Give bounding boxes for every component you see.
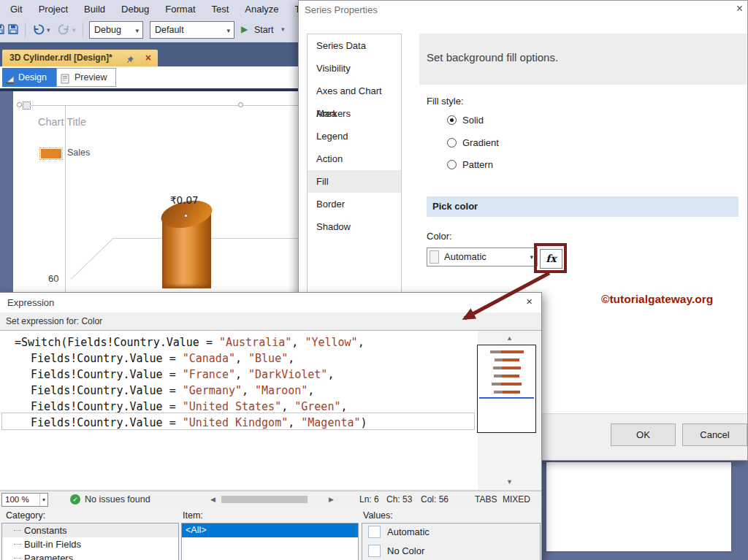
expression-code-editor[interactable]: =Switch(Fields!Country.Value = "Australi…: [0, 330, 541, 491]
annotation-arrow-icon: [438, 263, 570, 336]
selection-grip[interactable]: [17, 102, 22, 107]
code-text: =Switch(Fields!Country.Value =: [15, 336, 219, 349]
nav-item-axes[interactable]: Axes and Chart Area: [308, 80, 401, 102]
code-string: "United States": [183, 400, 281, 413]
radio-solid[interactable]: [447, 115, 457, 125]
code-string: "Yellow": [305, 336, 357, 349]
check-icon: ✓: [70, 494, 80, 505]
data-point-grip[interactable]: [184, 214, 188, 218]
minimap-line: [494, 391, 520, 394]
value-automatic[interactable]: Automatic: [362, 523, 540, 542]
watermark: ©tutorialgateway.org: [601, 293, 713, 306]
legend-swatch[interactable]: [41, 149, 61, 158]
expression-builder-panel: Category: Item: Values: Constants Built-…: [0, 507, 541, 560]
scroll-down-icon[interactable]: ▼: [478, 478, 541, 486]
menu-item-project[interactable]: Project: [31, 4, 76, 15]
values-list: Automatic No Color: [362, 523, 541, 560]
radio-solid-label[interactable]: Solid: [462, 115, 484, 126]
combo-caret-icon[interactable]: ▾: [135, 23, 139, 39]
toolbar-separator: [25, 23, 26, 37]
item-all[interactable]: <All>: [182, 523, 358, 537]
nav-item-shadow[interactable]: Shadow: [308, 215, 401, 238]
start-caret-icon[interactable]: ▾: [281, 26, 285, 33]
code-line[interactable]: =Switch(Fields!Country.Value = "Australi…: [0, 334, 541, 350]
menu-item-debug[interactable]: Debug: [113, 4, 157, 15]
scroll-left-icon[interactable]: ◀: [210, 496, 215, 503]
code-line[interactable]: Fields!Country.Value = "Germany", "Maroo…: [0, 383, 541, 399]
scroll-minimap[interactable]: [477, 345, 536, 433]
close-icon[interactable]: ×: [736, 2, 743, 15]
redo-caret-icon[interactable]: ▾: [72, 26, 76, 34]
redo-icon[interactable]: [58, 23, 70, 39]
dialog-title: Series Properties: [305, 4, 378, 15]
code-text: ,: [340, 400, 347, 413]
tab-design[interactable]: Design: [2, 68, 56, 87]
document-tab[interactable]: 3D Cylinder.rdl [Design]* ×: [2, 50, 158, 66]
menu-item-build[interactable]: Build: [76, 4, 113, 15]
horizontal-scrollbar-thumb[interactable]: [221, 496, 308, 503]
pick-color-header: Pick color: [427, 196, 739, 217]
nav-item-series-data[interactable]: Series Data: [308, 34, 401, 57]
code-text: Fields!Country.Value =: [31, 400, 183, 413]
menu-item-git[interactable]: Git: [2, 4, 31, 15]
code-line[interactable]: Fields!Country.Value = "France", "DarkVi…: [0, 367, 541, 383]
tab-close-icon[interactable]: ×: [145, 50, 151, 66]
minimap-line: [492, 383, 522, 386]
combo-caret-icon[interactable]: ▾: [39, 494, 45, 506]
code-text: ,: [235, 352, 248, 365]
save-icon[interactable]: [0, 23, 5, 38]
value-swatch: [368, 526, 381, 538]
legend-label[interactable]: Sales: [67, 147, 90, 158]
scroll-right-icon[interactable]: ▶: [329, 496, 334, 503]
code-string: "Canada": [183, 352, 235, 365]
start-play-icon[interactable]: ▶: [241, 24, 248, 34]
code-text: Fields!Country.Value =: [31, 368, 183, 381]
ok-button[interactable]: OK: [611, 423, 676, 446]
selection-grip[interactable]: [238, 102, 243, 107]
undo-caret-icon[interactable]: ▾: [47, 26, 50, 34]
nav-item-visibility[interactable]: Visibility: [308, 57, 401, 80]
menu-item-format[interactable]: Format: [157, 4, 203, 15]
nav-item-action[interactable]: Action: [308, 147, 401, 170]
undo-icon[interactable]: [32, 23, 45, 39]
cancel-button[interactable]: Cancel: [682, 423, 747, 446]
category-item-parameters[interactable]: Parameters: [2, 551, 178, 560]
radio-pattern-label[interactable]: Pattern: [462, 159, 493, 170]
combo-caret-icon[interactable]: ▾: [226, 23, 230, 39]
minimap-viewport-line: [479, 397, 534, 399]
platform-value: Default: [155, 25, 184, 35]
nav-item-markers[interactable]: Markers: [308, 102, 401, 125]
value-label: Automatic: [387, 526, 430, 537]
radio-pattern[interactable]: [447, 160, 457, 169]
menu-item-analyze[interactable]: Analyze: [237, 4, 286, 15]
solution-config-combo[interactable]: Debug ▾: [89, 21, 143, 39]
tab-preview[interactable]: Preview: [56, 68, 116, 87]
char-indicator: Ch: 53: [386, 494, 412, 505]
tabs-indicator: TABS: [475, 494, 497, 505]
color-label: Color:: [427, 231, 452, 242]
editor-status-bar: 100 % ▾ ✓ No issues found ◀ ▶ Ln: 6 Ch: …: [0, 491, 541, 507]
nav-item-border[interactable]: Border: [308, 193, 401, 215]
zoom-combo[interactable]: 100 % ▾: [1, 493, 48, 507]
start-button[interactable]: Start: [254, 25, 273, 35]
data-label[interactable]: ₹0.07: [170, 194, 199, 206]
issues-status: No issues found: [85, 494, 150, 505]
nav-item-legend[interactable]: Legend: [308, 125, 401, 147]
platform-combo[interactable]: Default ▾: [150, 21, 234, 39]
category-item-constants[interactable]: Constants: [2, 523, 178, 537]
category-item-builtin-fields[interactable]: Built-in Fields: [2, 537, 178, 551]
nav-item-fill[interactable]: Fill: [308, 170, 401, 193]
code-string: "France": [183, 368, 235, 381]
radio-gradient[interactable]: [447, 138, 457, 147]
value-no-color[interactable]: No Color: [362, 542, 540, 560]
chart-title[interactable]: Chart Title: [38, 116, 86, 128]
dialog-title: Expression: [7, 297, 54, 308]
save-all-icon[interactable]: [7, 23, 19, 38]
mixed-indicator: MIXED: [503, 494, 530, 505]
code-text: ,: [308, 384, 314, 397]
radio-gradient-label[interactable]: Gradient: [462, 137, 499, 148]
report-design-surface[interactable]: Chart Title Sales 60 ₹0.07: [0, 91, 298, 292]
code-line[interactable]: Fields!Country.Value = "Canada", "Blue",: [0, 350, 541, 367]
menu-item-test[interactable]: Test: [204, 4, 237, 15]
move-handle-icon[interactable]: [23, 101, 31, 110]
